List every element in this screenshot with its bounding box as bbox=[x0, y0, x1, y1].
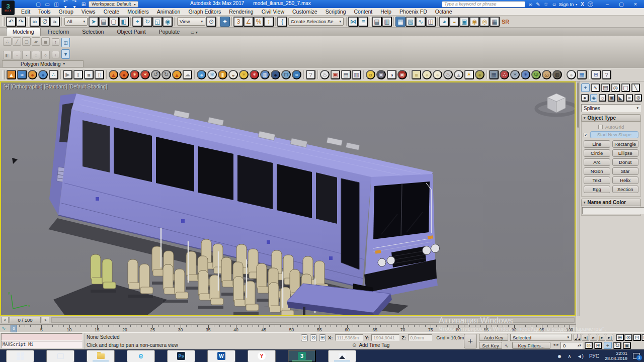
named-selection-sets-dropdown[interactable]: Create Selection Se▾ bbox=[288, 17, 344, 26]
minimize-button[interactable]: – bbox=[604, 2, 611, 7]
preset-cloud-icon[interactable]: ☁ bbox=[183, 70, 192, 79]
panel-caption[interactable]: Polygon Modeling▾ bbox=[2, 60, 84, 67]
pin-stack-down-icon[interactable]: ↓ bbox=[52, 51, 59, 58]
track-bar[interactable]: ∿ 0 051015202530354045505560657075808590… bbox=[0, 324, 576, 332]
render-setup-icon[interactable]: ◒ bbox=[449, 17, 459, 27]
clock[interactable]: 22:0128.04.2019 bbox=[605, 351, 627, 361]
task-view-button[interactable] bbox=[46, 350, 74, 362]
unlink-selection-icon[interactable]: ∅ bbox=[40, 17, 50, 27]
y-coordinate-field[interactable]: 1994,9041 bbox=[371, 334, 399, 341]
auto-key-button[interactable]: Auto Key bbox=[479, 334, 508, 341]
material-sun-icon[interactable]: ☀ bbox=[464, 70, 474, 79]
preset-fireball-icon[interactable]: ● bbox=[119, 70, 129, 79]
preset-smoke2-icon[interactable]: ↻ bbox=[162, 70, 171, 79]
next-frame-icon[interactable]: |► bbox=[598, 334, 605, 341]
x-coordinate-field[interactable]: 111,5366m bbox=[335, 334, 363, 341]
selection-lock-icon[interactable]: ⊙ bbox=[310, 334, 317, 341]
pin-stack-up-icon[interactable]: ↑ bbox=[52, 38, 59, 46]
photos-button[interactable] bbox=[328, 350, 356, 362]
start-new-shape-checkbox[interactable]: ✓ bbox=[584, 133, 588, 137]
material-box-icon[interactable]: ■ bbox=[412, 70, 421, 79]
go-to-start-icon[interactable]: |◄◄ bbox=[574, 334, 581, 341]
shape-button-donut[interactable]: Donut bbox=[612, 158, 639, 166]
time-slider-handle[interactable]: 0 / 100 bbox=[10, 317, 41, 323]
preset-waterdrop-icon[interactable]: ● bbox=[197, 70, 206, 79]
mirror-icon[interactable]: ⋈ bbox=[348, 17, 358, 27]
start-new-shape-button[interactable]: Start New Shape bbox=[590, 131, 638, 138]
viewport[interactable]: [+] [Orthographic] [Standard] [Default S… bbox=[0, 81, 576, 316]
preset-smoke-icon[interactable]: ↺ bbox=[151, 70, 160, 79]
shape-button-ellipse[interactable]: Ellipse bbox=[612, 149, 639, 157]
set-keys-button[interactable]: + bbox=[464, 334, 477, 348]
frame-spinner[interactable]: ▴▾ bbox=[578, 343, 582, 347]
help-icon[interactable]: ? bbox=[588, 2, 593, 7]
exchange-store-icon[interactable]: X bbox=[581, 2, 584, 7]
menu-phoenix-fd[interactable]: Phoenix FD bbox=[395, 9, 431, 15]
phoenix-fire-preview-icon[interactable]: ● bbox=[28, 70, 37, 79]
cat-spacewarps[interactable]: ≈ bbox=[626, 94, 633, 102]
project-folder-icon[interactable]: ⊞ bbox=[80, 2, 87, 7]
layer-manager-icon[interactable]: ▦ bbox=[395, 17, 406, 27]
close-button[interactable]: × bbox=[632, 2, 639, 7]
octane-log-icon[interactable]: ▥ bbox=[352, 70, 361, 79]
add-time-tag[interactable]: ⊖ Add Time Tag bbox=[352, 342, 389, 348]
search-input[interactable]: Type a keyword or phrase bbox=[442, 1, 525, 8]
mini-curve-editor-icon[interactable]: ∿ bbox=[2, 325, 6, 331]
preset-ink-icon[interactable]: ● bbox=[271, 70, 280, 79]
word-button[interactable]: W bbox=[207, 350, 235, 362]
maximize-viewport-icon[interactable]: ▣ bbox=[623, 342, 631, 349]
reference-coordinate-dropdown[interactable]: View▾ bbox=[177, 17, 205, 26]
preset-milk-icon[interactable]: ◍ bbox=[260, 70, 270, 79]
shape-button-helix[interactable]: Helix bbox=[612, 176, 639, 184]
zoom-all-icon[interactable]: ⊛ bbox=[624, 334, 632, 341]
3dsmax-logo[interactable]: 3MAX bbox=[2, 1, 15, 15]
go-to-end-icon[interactable]: ►| bbox=[606, 334, 613, 341]
menu-create[interactable]: Create bbox=[100, 9, 124, 15]
render-production-icon[interactable]: ◉ bbox=[469, 17, 479, 27]
cat-shapes[interactable]: ◈ bbox=[590, 94, 598, 102]
shape-button-rectangle[interactable]: Rectangle bbox=[612, 140, 639, 148]
texture-shell-icon[interactable]: ◍ bbox=[552, 70, 562, 79]
workspace-dropdown[interactable]: Workspace: Default▾ bbox=[89, 1, 138, 8]
tab-populate[interactable]: Populate bbox=[153, 28, 186, 36]
yandex-button[interactable]: Y bbox=[248, 350, 276, 362]
octane-help-icon[interactable]: ? bbox=[602, 70, 611, 79]
texture-fur-icon[interactable]: ω bbox=[542, 70, 551, 79]
ring-selection-icon[interactable]: ○ bbox=[41, 51, 50, 59]
toggle-scene-explorer-icon[interactable]: ▤ bbox=[372, 17, 382, 27]
stray-object[interactable] bbox=[12, 158, 18, 164]
texture-cluster-icon[interactable]: ✶ bbox=[521, 70, 530, 79]
zoom-region-icon[interactable]: ⊞ bbox=[594, 342, 602, 349]
shape-button-egg[interactable]: Egg bbox=[584, 186, 610, 193]
cat-geometry[interactable]: ● bbox=[581, 94, 589, 102]
octane-egg-icon[interactable]: ● bbox=[567, 70, 576, 79]
preset-coffee-icon[interactable]: ◒ bbox=[228, 70, 238, 79]
texture-molecule-icon[interactable]: ∴ bbox=[500, 70, 509, 79]
ribbon-minimize-button[interactable]: ▭ ▾ bbox=[187, 30, 202, 36]
toolbar-drag-handle[interactable] bbox=[3, 70, 5, 79]
community-icon[interactable]: ✎ bbox=[536, 2, 540, 7]
align-icon[interactable]: ≡ bbox=[358, 17, 368, 27]
phoenix-liquid-preview-icon[interactable]: ● bbox=[38, 70, 48, 79]
select-object-icon[interactable]: ➤ bbox=[89, 17, 99, 27]
octane-light-icon[interactable]: ¤ bbox=[366, 70, 375, 79]
people-icon[interactable]: ☻ bbox=[557, 353, 562, 359]
tab-modify[interactable]: ∿ bbox=[591, 83, 600, 92]
select-and-link-icon[interactable]: ∞ bbox=[30, 17, 40, 27]
border-mode-icon[interactable]: ▢ bbox=[22, 37, 31, 46]
maxscript-listener-field[interactable]: MAXScript Mi bbox=[1, 341, 83, 348]
edit-named-selections-icon[interactable]: { bbox=[277, 17, 287, 27]
tab-object-paint[interactable]: Object Paint bbox=[111, 28, 151, 36]
select-and-manipulate-icon[interactable]: ✦ bbox=[220, 17, 230, 27]
selection-set-dropdown[interactable]: Selected▾ bbox=[510, 334, 572, 341]
collapse-stack-icon[interactable]: ▼ bbox=[61, 49, 70, 59]
default-tangent-icon[interactable]: ∿ bbox=[503, 342, 510, 349]
select-and-place-icon[interactable]: ◉ bbox=[163, 17, 173, 27]
shape-button-circle[interactable]: Circle bbox=[584, 149, 610, 157]
rendered-frame-icon[interactable]: ▣ bbox=[459, 17, 469, 27]
zoom-extents-all-icon[interactable]: ⊠ bbox=[641, 334, 644, 341]
menu-modifiers[interactable]: Modifiers bbox=[123, 9, 153, 15]
tab-freeform[interactable]: Freeform bbox=[42, 28, 75, 36]
name-color-header[interactable]: ▾ Name and Color bbox=[581, 199, 641, 206]
object-name-input[interactable] bbox=[582, 207, 644, 214]
